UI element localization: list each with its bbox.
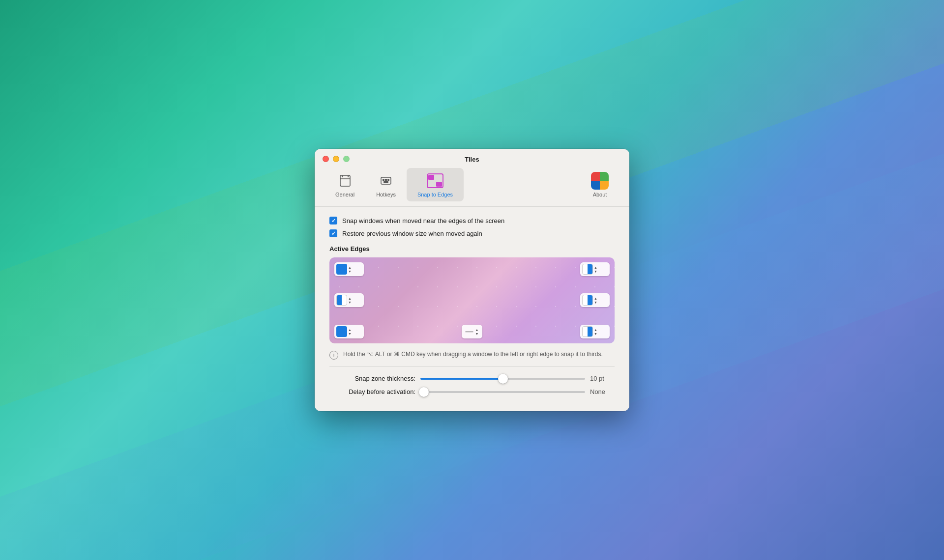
svg-rect-6 — [385, 179, 387, 181]
checkbox-restore-windows-label: Restore previous window size when moved … — [342, 230, 482, 237]
svg-rect-5 — [383, 179, 384, 181]
slider-delay-value: None — [590, 388, 615, 395]
stepper-down[interactable]: ▼ — [594, 332, 597, 336]
cell-top-left: ▲ ▼ — [334, 262, 426, 288]
svg-rect-2 — [342, 175, 343, 177]
stepper-middle-left-icon — [336, 295, 347, 306]
checkbox-restore-windows[interactable]: Restore previous window size when moved … — [329, 229, 615, 237]
slider-delay-label: Delay before activation: — [329, 388, 415, 395]
stepper-bottom-right-icon — [582, 326, 593, 337]
svg-rect-0 — [340, 175, 350, 186]
cell-middle-left: ▲ ▼ — [334, 288, 426, 313]
stepper-middle-right[interactable]: ▲ ▼ — [580, 293, 610, 307]
info-text: Hold the ⌥ ALT or ⌘ CMD key when draggin… — [343, 350, 603, 359]
stepper-top-right[interactable]: ▲ ▼ — [580, 262, 610, 276]
about-icon-yellow — [600, 181, 609, 190]
hotkeys-icon — [377, 172, 395, 190]
cell-bottom-left: ▲ ▼ — [334, 313, 426, 338]
slider-row-delay: Delay before activation: None — [329, 388, 615, 395]
stepper-bottom-center[interactable]: — ▲ ▼ — [462, 325, 483, 338]
titlebar: Tiles — [315, 149, 629, 163]
svg-rect-3 — [348, 175, 349, 177]
slider-snap-zone-track[interactable] — [420, 378, 585, 380]
stepper-down[interactable]: ▼ — [594, 270, 597, 273]
section-divider — [329, 366, 615, 367]
stepper-up[interactable]: ▲ — [594, 328, 597, 332]
slider-delay-track[interactable] — [420, 391, 585, 393]
about-icon-blue — [591, 181, 600, 190]
stepper-up[interactable]: ▲ — [475, 328, 479, 332]
toolbar: General Hotkeys — [315, 163, 629, 201]
stepper-bottom-left-arrows: ▲ ▼ — [348, 328, 352, 336]
info-icon: i — [329, 351, 338, 360]
close-button[interactable] — [323, 156, 329, 162]
stepper-up[interactable]: ▲ — [348, 297, 352, 300]
general-icon — [336, 172, 354, 190]
stepper-middle-right-icon — [582, 295, 593, 306]
slider-snap-zone-label: Snap zone thickness: — [329, 375, 415, 382]
stepper-up[interactable]: ▲ — [594, 266, 597, 269]
stepper-down[interactable]: ▼ — [348, 301, 352, 304]
stepper-down[interactable]: ▼ — [348, 332, 352, 336]
checkbox-restore-windows-input[interactable] — [329, 229, 337, 237]
stepper-middle-left-arrows: ▲ ▼ — [348, 297, 352, 304]
maximize-button[interactable] — [343, 156, 350, 162]
about-icon-green — [600, 172, 609, 181]
stepper-down[interactable]: ▼ — [475, 332, 479, 336]
tab-general-label: General — [335, 192, 354, 197]
active-edges-title: Active Edges — [329, 245, 615, 252]
stepper-top-left-icon — [336, 264, 347, 275]
stepper-dash-label: — — [466, 327, 473, 336]
tab-hotkeys-label: Hotkeys — [376, 192, 396, 197]
stepper-bottom-left[interactable]: ▲ ▼ — [334, 325, 364, 338]
about-icon — [591, 172, 609, 190]
content-area: Snap windows when moved near the edges o… — [315, 207, 629, 411]
stepper-middle-right-arrows: ▲ ▼ — [594, 297, 597, 304]
stepper-bottom-center-arrows: ▲ ▼ — [475, 328, 479, 336]
stepper-up[interactable]: ▲ — [348, 328, 352, 332]
stepper-up[interactable]: ▲ — [594, 297, 597, 300]
tab-snap-to-edges[interactable]: Snap to Edges — [407, 168, 464, 201]
cell-middle-right: ▲ ▼ — [518, 288, 610, 313]
tab-general[interactable]: General — [324, 168, 365, 201]
checkbox-snap-windows-label: Snap windows when moved near the edges o… — [342, 217, 504, 224]
slider-snap-zone-value: 10 pt — [590, 375, 615, 382]
stepper-middle-left[interactable]: ▲ ▼ — [334, 293, 364, 307]
slider-delay-thumb[interactable] — [419, 387, 429, 397]
svg-rect-8 — [384, 181, 388, 183]
sliders-section: Snap zone thickness: 10 pt Delay before … — [329, 375, 615, 395]
stepper-up[interactable]: ▲ — [348, 266, 352, 269]
cell-bottom-center: — ▲ ▼ — [426, 313, 518, 338]
slider-snap-zone-thumb[interactable] — [498, 374, 508, 384]
tab-snap-to-edges-label: Snap to Edges — [417, 192, 453, 197]
cell-top-right: ▲ ▼ — [518, 262, 610, 288]
edge-controls: ▲ ▼ ▲ ▼ — [329, 257, 615, 343]
checkbox-snap-windows-input[interactable] — [329, 217, 337, 224]
stepper-top-left[interactable]: ▲ ▼ — [334, 262, 364, 276]
snap-to-edges-icon — [426, 172, 444, 190]
stepper-bottom-left-icon — [336, 326, 347, 337]
edge-preview: ▲ ▼ ▲ ▼ — [329, 257, 615, 343]
tab-hotkeys[interactable]: Hotkeys — [365, 168, 407, 201]
checkbox-snap-windows[interactable]: Snap windows when moved near the edges o… — [329, 217, 615, 224]
stepper-down[interactable]: ▼ — [594, 301, 597, 304]
tab-about[interactable]: About — [580, 168, 620, 201]
cell-top-middle — [426, 262, 518, 288]
toolbar-tabs: General Hotkeys — [324, 168, 464, 201]
about-icon-red — [591, 172, 600, 181]
window-title: Tiles — [465, 156, 479, 163]
stepper-bottom-right[interactable]: ▲ ▼ — [580, 325, 610, 338]
svg-rect-7 — [387, 179, 389, 181]
tab-about-label: About — [593, 192, 607, 197]
app-window: Tiles General — [315, 149, 629, 411]
svg-rect-10 — [428, 175, 434, 180]
stepper-top-right-icon — [582, 264, 593, 275]
slider-row-snap-zone: Snap zone thickness: 10 pt — [329, 375, 615, 382]
minimize-button[interactable] — [333, 156, 339, 162]
stepper-top-right-arrows: ▲ ▼ — [594, 266, 597, 273]
stepper-bottom-right-arrows: ▲ ▼ — [594, 328, 597, 336]
info-row: i Hold the ⌥ ALT or ⌘ CMD key when dragg… — [329, 350, 615, 360]
stepper-down[interactable]: ▼ — [348, 270, 352, 273]
cell-middle-center — [426, 288, 518, 313]
traffic-lights — [323, 156, 350, 162]
